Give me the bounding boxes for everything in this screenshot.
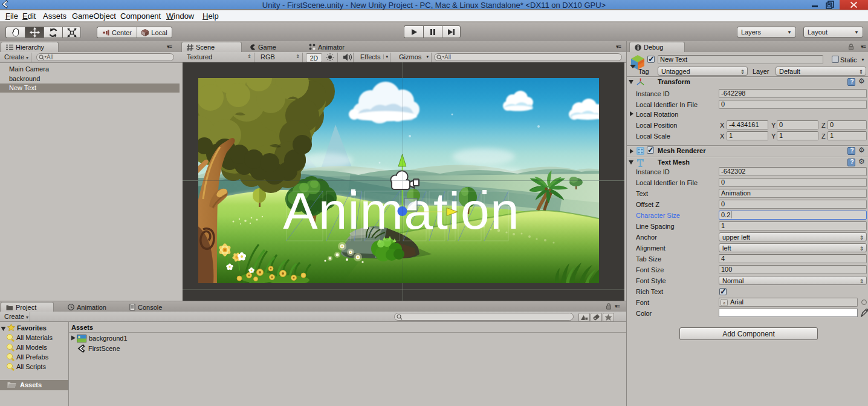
svg-text:a: a (723, 300, 725, 306)
